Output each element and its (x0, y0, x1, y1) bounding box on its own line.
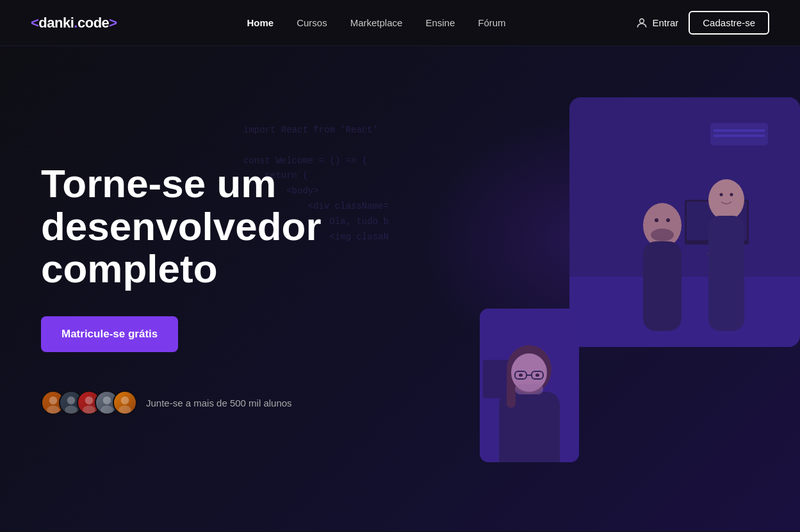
nav-item-cursos[interactable]: Cursos (297, 17, 327, 29)
svg-rect-31 (569, 97, 800, 347)
hero-small-illustration (480, 309, 579, 462)
hero-image-large-inner (569, 97, 800, 347)
hero-title-line2: desenvolvedor (41, 204, 322, 248)
hero-content: Torne-se um desenvolvedor completo Matri… (41, 163, 322, 415)
hero-image-small (480, 309, 579, 462)
avatar-group (41, 391, 137, 415)
hero-title-line1: Torne-se um (41, 161, 276, 206)
hero-images (441, 97, 800, 469)
svg-point-3 (67, 397, 76, 405)
svg-point-4 (65, 406, 78, 414)
svg-point-6 (83, 406, 95, 414)
nav-link-home[interactable]: Home (247, 17, 273, 28)
nav-link-cursos[interactable]: Cursos (297, 17, 327, 28)
logo-bracket-open: < (31, 15, 38, 31)
nav-link-ensine[interactable]: Ensine (425, 17, 455, 28)
svg-point-2 (47, 406, 60, 414)
cadastre-button[interactable]: Cadastre-se (689, 11, 769, 35)
nav-item-forum[interactable]: Fórum (478, 17, 505, 29)
svg-point-10 (118, 406, 131, 414)
svg-point-1 (49, 397, 58, 405)
logo-name2: code (78, 15, 109, 31)
hero-image-small-inner (480, 309, 579, 462)
svg-point-9 (121, 397, 129, 405)
hero-title: Torne-se um desenvolvedor completo (41, 163, 322, 291)
svg-point-8 (101, 406, 113, 414)
nav-link-marketplace[interactable]: Marketplace (350, 17, 403, 28)
logo-name1: danki (38, 15, 74, 31)
avatar-5-svg (114, 392, 136, 414)
logo[interactable]: <danki.code> (31, 15, 117, 31)
nav-link-forum[interactable]: Fórum (478, 17, 505, 28)
social-proof-text: Junte-se a mais de 500 mil alunos (146, 398, 292, 408)
svg-point-0 (640, 19, 644, 23)
social-proof: Junte-se a mais de 500 mil alunos (41, 391, 322, 415)
entrar-label: Entrar (652, 17, 678, 28)
nav-links: Home Cursos Marketplace Ensine Fórum (247, 17, 505, 29)
hero-image-large (569, 97, 800, 347)
nav-item-ensine[interactable]: Ensine (425, 17, 455, 29)
nav-item-marketplace[interactable]: Marketplace (350, 17, 403, 29)
navbar: <danki.code> Home Cursos Marketplace Ens… (0, 0, 800, 46)
user-icon (635, 17, 648, 29)
svg-point-7 (103, 397, 111, 405)
matricule-button[interactable]: Matricule-se grátis (41, 316, 178, 352)
hero-large-illustration (569, 97, 800, 347)
avatar-5 (113, 391, 137, 415)
svg-point-5 (85, 397, 94, 405)
hero-title-line3: completo (41, 246, 218, 291)
nav-item-home[interactable]: Home (247, 17, 273, 29)
logo-bracket-close: > (109, 15, 117, 31)
svg-rect-44 (480, 309, 579, 462)
hero-section: import React from 'React' const Welcome … (0, 46, 800, 531)
entrar-button[interactable]: Entrar (635, 17, 678, 29)
nav-right: Entrar Cadastre-se (635, 11, 769, 35)
